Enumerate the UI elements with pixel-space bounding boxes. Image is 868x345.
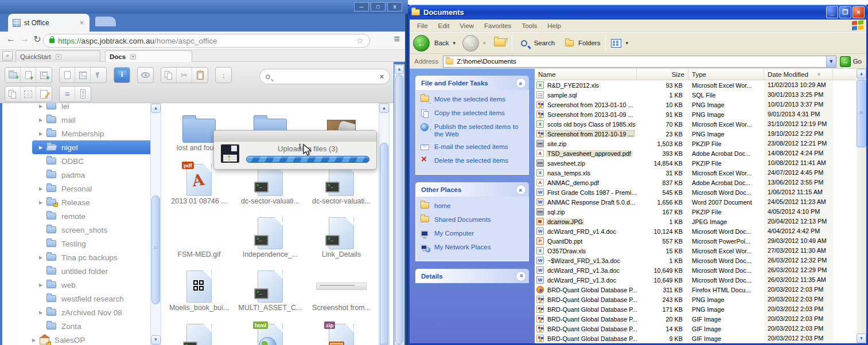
expand-arrow-icon[interactable]: ▶	[39, 186, 46, 191]
close-tab-icon[interactable]: ×	[56, 54, 61, 60]
task-link-e-mail-the-selected-items[interactable]: E-mail the selected items	[421, 143, 526, 152]
app-tab-docs[interactable]: Docs ×	[105, 50, 192, 62]
grid-item-fsm-med-gif[interactable]: FSM-MED.gif	[164, 211, 235, 264]
reload-icon[interactable]: ↻	[31, 34, 44, 45]
forward-icon[interactable]: →	[18, 34, 31, 44]
grid-item-link-details[interactable]: >_Link_Details	[306, 211, 377, 264]
scroll-up-icon[interactable]: ▲	[151, 104, 161, 113]
page-scrollbar-thumb[interactable]	[395, 75, 403, 344]
sort-button[interactable]: az	[75, 87, 91, 101]
paste-button[interactable]	[192, 68, 208, 83]
grid-item-independence[interactable]: >_Independence_...	[235, 211, 306, 264]
folders-button[interactable]	[565, 40, 574, 46]
expand-arrow-icon[interactable]: ▶	[39, 117, 46, 123]
file-row-screenshot-from-2012-10-19[interactable]: Screenshot from 2012-10-19 ...23 KBPNG I…	[535, 129, 857, 139]
browser-close-button[interactable]: X	[387, 2, 402, 11]
new-tab-button[interactable]	[95, 17, 116, 26]
task-link-copy-the-selected-items[interactable]: Copy the selected items	[421, 109, 526, 118]
page-scrollbar[interactable]: ▲	[394, 64, 404, 345]
rename-button[interactable]	[36, 87, 52, 101]
tree-item-westfield-research[interactable]: westfield research	[32, 292, 150, 305]
chevron-up-icon[interactable]: «	[516, 78, 526, 88]
file-row-dcwizard-frd-v1-3a-doc[interactable]: WdcWizard_FRD_v1.3a.doc10,649 KBMicrosof…	[535, 265, 857, 275]
views-button[interactable]	[611, 39, 621, 48]
grid-scrollbar[interactable]: ▲	[379, 103, 390, 345]
pointer-button[interactable]	[91, 68, 106, 83]
expand-arrow-icon[interactable]: ▶	[32, 338, 40, 343]
list-scrollbar[interactable]: ▲ ▼	[857, 69, 866, 343]
expand-arrow-icon[interactable]: ▶	[39, 255, 46, 260]
tree-scrollbar[interactable]: ▲ ≡≡ ▼	[150, 103, 161, 345]
search-box[interactable]: ×	[259, 69, 390, 84]
column-header-date-modified[interactable]: Date Modified ▼	[764, 69, 833, 80]
grid-item-multi-asset-c[interactable]: >_MULTI_ASSET_C...	[235, 264, 306, 317]
task-link-move-the-selected-items[interactable]: →Move the selected items	[421, 96, 526, 104]
task-link-shared-documents[interactable]: Shared Documents	[421, 216, 526, 225]
column-header-name[interactable]: Name	[535, 69, 637, 80]
list-scrollbar-thumb[interactable]	[857, 80, 866, 147]
task-link-home[interactable]: home	[421, 202, 526, 211]
explorer-maximize-button[interactable]: ❐	[839, 6, 851, 18]
browser-maximize-button[interactable]: □	[371, 2, 386, 11]
select-area-button[interactable]: I	[21, 87, 36, 101]
file-row-savesheet-zip[interactable]: savesheet.zip14,854 KBPKZIP File10/08/20…	[535, 158, 857, 168]
explorer-titlebar[interactable]: Documents _ ❐ ×	[408, 5, 868, 19]
expand-arrow-icon[interactable]: ▶	[39, 104, 46, 109]
browser-menu-icon[interactable]: ≡	[394, 33, 400, 45]
preview-button[interactable]	[138, 68, 153, 83]
grid-item-html-file[interactable]: html	[235, 317, 306, 345]
tree-item-release[interactable]: ▶Release	[32, 195, 150, 209]
file-row-r-d-fye2012-xls[interactable]: XR&D_FYE2012.xls93 KBMicrosoft Excel Wor…	[535, 80, 857, 90]
expand-arrow-icon[interactable]: ▶	[39, 145, 46, 150]
scroll-up-icon[interactable]: ▲	[857, 69, 866, 79]
views-dropdown-icon[interactable]: ▾	[625, 40, 628, 46]
tree-item-personal[interactable]: ▶Personal	[32, 182, 150, 195]
grid-scrollbar-thumb[interactable]	[380, 143, 388, 344]
tree-item-screen-shots[interactable]: screen_shots	[32, 223, 150, 237]
browser-titlebar[interactable]: ─ □ X	[0, 0, 408, 14]
tab-close-icon[interactable]: ×	[79, 19, 85, 27]
chevron-up-icon[interactable]: «	[516, 185, 526, 195]
save-button[interactable]	[36, 68, 52, 83]
tree-item-zonta[interactable]: Zonta	[32, 319, 150, 333]
file-row-brd-quant-global-database-p[interactable]: BRD-Quant Global Database P...14 KBGIF I…	[535, 324, 857, 334]
forward-dropdown-icon[interactable]: ▾	[483, 40, 486, 46]
grid-item-screenshot-from[interactable]: Screenshot from...	[306, 264, 377, 317]
expand-arrow-icon[interactable]: ▶	[39, 310, 46, 315]
tree-item-salesop[interactable]: ▶SalesOP	[32, 333, 150, 345]
clone-button[interactable]	[5, 87, 21, 101]
tree-item-remote[interactable]: remote	[32, 209, 150, 223]
new-folder-button[interactable]	[5, 68, 21, 83]
browser-minimize-button[interactable]: ─	[354, 2, 369, 11]
file-row-first-grade-colts-1987-premi[interactable]: WFirst Grade Colts 1987 - Premi...545 KB…	[535, 187, 857, 197]
url-bar[interactable]: https://aspc.jobtrack.com.au/home/aspc_o…	[43, 34, 370, 48]
new-document-button[interactable]	[21, 68, 36, 83]
file-row-tsd-savesheet-approved-pdf[interactable]: ATSD_savesheet_approved.pdf393 KBAdobe A…	[535, 148, 857, 158]
explorer-minimize-button[interactable]: _	[826, 6, 838, 18]
file-row-site-zip[interactable]: site.zip1,503 KBPKZIP File23/08/2012 12:…	[535, 139, 857, 148]
address-dropdown-icon[interactable]: ▼	[826, 56, 836, 67]
grid-item-script-file[interactable]: >_	[164, 317, 235, 345]
transfer-button[interactable]: ↕	[216, 68, 231, 83]
file-row-sample-sql[interactable]: sample.sql1 KBSQL File30/01/2013 3:25 PM	[535, 90, 857, 100]
task-link-publish-the-selected-items-to-the-web[interactable]: ↑Publish the selected items to the Web	[421, 123, 526, 138]
file-row-dcarrow-jpg[interactable]: dcarrow.JPG1 KBJPEG Image20/04/2012 12:1…	[535, 217, 857, 226]
close-tab-icon[interactable]: ×	[130, 54, 136, 60]
file-row-anmac-response-draft-5-0-d[interactable]: WANMAC Response Draft 5.0.d...1,656 KBWo…	[535, 197, 857, 207]
file-row-brd-quant-global-database-p[interactable]: BRD-Quant Global Database P...9 KBGIF Im…	[535, 334, 857, 343]
upload-dialog-header[interactable]	[214, 131, 376, 142]
task-panel-header[interactable]: File and Folder Tasks«	[415, 76, 529, 90]
app-tab-quickstart[interactable]: QuickStart ×	[15, 50, 100, 62]
task-link-my-computer[interactable]: My Computer	[421, 230, 526, 238]
scroll-up-icon[interactable]: ▲	[395, 65, 404, 74]
file-row-o357draw-xls[interactable]: XO357Draw.xls15 KBMicrosoft Excel Wor...…	[535, 246, 857, 256]
task-panel-header[interactable]: Other Places«	[415, 182, 529, 197]
menu-item-tools[interactable]: Tools	[516, 22, 542, 29]
cut-button[interactable]: ✂	[177, 68, 192, 83]
menu-item-help[interactable]: Help	[542, 22, 566, 29]
grid-item-moelis-book-bui[interactable]: Moelis_book_bui...	[164, 264, 235, 317]
scroll-up-icon[interactable]: ▲	[379, 104, 389, 113]
menu-item-favorites[interactable]: Favorites	[479, 22, 516, 29]
file-row-anmac-demo-pdf[interactable]: AANMAC_demo.pdf837 KBAdobe Acrobat Doc..…	[535, 178, 857, 187]
tree-item-odbc[interactable]: ODBC	[32, 154, 150, 168]
